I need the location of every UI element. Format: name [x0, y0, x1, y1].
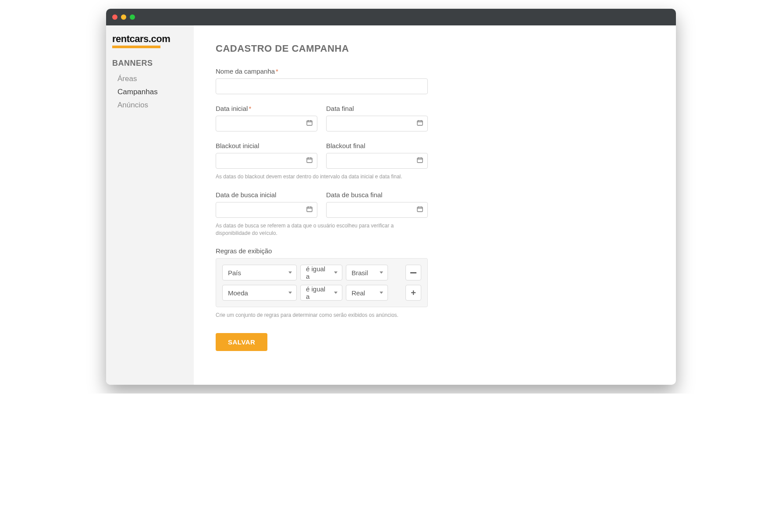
- rule-row: Moedaé igual aReal+: [222, 285, 421, 301]
- search-start-input[interactable]: [216, 202, 317, 218]
- blackout-hint: As datas do blackout devem estar dentro …: [216, 173, 428, 181]
- campaign-name-label: Nome da campanha*: [216, 67, 654, 75]
- rule-operator-select[interactable]: é igual a: [300, 265, 342, 280]
- window-maximize-button[interactable]: [130, 14, 135, 20]
- start-date-input[interactable]: [216, 116, 317, 131]
- blackout-end-input[interactable]: [326, 153, 428, 169]
- main-content: CADASTRO DE CAMPANHA Nome da campanha* D…: [194, 25, 676, 385]
- sidebar-item-anuncios[interactable]: Anúncios: [112, 99, 189, 112]
- logo: rentcars.com: [112, 33, 189, 48]
- required-mark: *: [249, 105, 251, 112]
- sidebar: rentcars.com BANNERS ÁreasCampanhasAnúnc…: [106, 25, 194, 385]
- minus-icon: [410, 272, 416, 273]
- search-end-input[interactable]: [326, 202, 428, 218]
- chevron-down-icon: [380, 292, 383, 294]
- rule-value-select[interactable]: Real: [346, 285, 388, 301]
- search-hint: As datas de busca se referem a data que …: [216, 222, 428, 237]
- chevron-down-icon: [288, 272, 292, 274]
- app-window: rentcars.com BANNERS ÁreasCampanhasAnúnc…: [106, 9, 676, 385]
- logo-brand: rentcars: [112, 33, 149, 44]
- search-start-label: Data de busca inicial: [216, 191, 317, 199]
- blackout-start-input[interactable]: [216, 153, 317, 169]
- search-end-label: Data de busca final: [326, 191, 428, 199]
- end-date-label: Data final: [326, 105, 428, 112]
- window-titlebar: [106, 9, 676, 25]
- start-date-label: Data inicial*: [216, 105, 317, 112]
- blackout-end-label: Blackout final: [326, 142, 428, 149]
- blackout-start-label: Blackout inicial: [216, 142, 317, 149]
- rule-field-select[interactable]: País: [222, 265, 297, 280]
- page-title: CADASTRO DE CAMPANHA: [216, 43, 654, 54]
- rule-field-select[interactable]: Moeda: [222, 285, 297, 301]
- rule-row: Paísé igual aBrasil: [222, 265, 421, 280]
- save-button[interactable]: SALVAR: [216, 333, 267, 351]
- chevron-down-icon: [380, 272, 383, 274]
- rule-field-select-value: País: [228, 269, 241, 277]
- rule-value-select-value: Brasil: [352, 269, 368, 277]
- rule-value-select-value: Real: [352, 289, 365, 297]
- add-rule-button[interactable]: +: [405, 285, 421, 301]
- rule-operator-select[interactable]: é igual a: [300, 285, 342, 301]
- rules-hint: Crie um conjunto de regras para determin…: [216, 312, 428, 319]
- chevron-down-icon: [288, 292, 292, 294]
- logo-suffix: .com: [149, 33, 170, 44]
- plus-icon: +: [411, 288, 416, 297]
- rule-field-select-value: Moeda: [228, 289, 248, 297]
- remove-rule-button[interactable]: [405, 265, 421, 280]
- logo-underline: [112, 46, 160, 48]
- rules-label: Regras de exibição: [216, 247, 654, 255]
- window-close-button[interactable]: [112, 14, 117, 20]
- rules-box: Paísé igual aBrasilMoedaé igual aReal+: [216, 258, 428, 307]
- rule-operator-select-value: é igual a: [306, 285, 330, 300]
- window-minimize-button[interactable]: [121, 14, 126, 20]
- required-mark: *: [276, 67, 278, 75]
- sidebar-section-title: BANNERS: [112, 59, 189, 68]
- rule-operator-select-value: é igual a: [306, 265, 330, 280]
- campaign-name-input[interactable]: [216, 78, 428, 94]
- end-date-input[interactable]: [326, 116, 428, 131]
- chevron-down-icon: [334, 272, 338, 274]
- chevron-down-icon: [334, 292, 338, 294]
- sidebar-item-campanhas[interactable]: Campanhas: [112, 85, 189, 99]
- rule-value-select[interactable]: Brasil: [346, 265, 388, 280]
- sidebar-item-areas[interactable]: Áreas: [112, 72, 189, 85]
